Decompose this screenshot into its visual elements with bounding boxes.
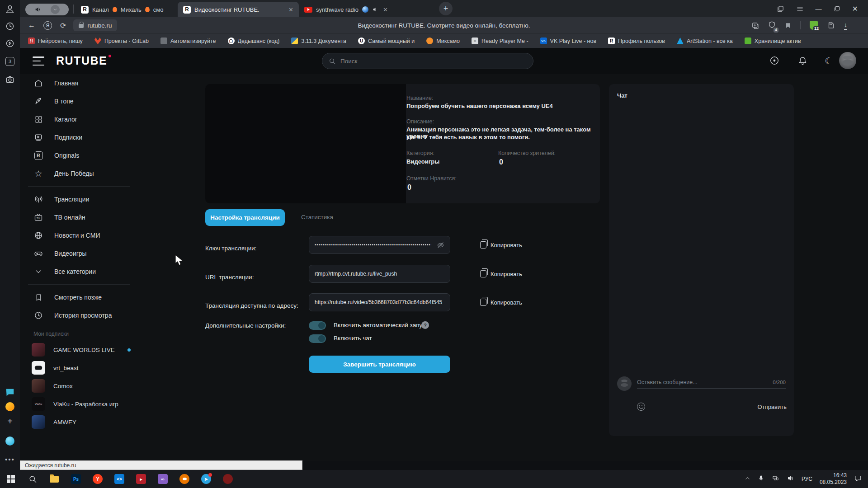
sidebar-item-subscriptions[interactable]: Подписки bbox=[20, 128, 138, 146]
copy-address-button[interactable]: Копировать bbox=[480, 299, 522, 306]
protect-shield-icon[interactable]: 4 bbox=[768, 20, 776, 31]
tab-statistics[interactable]: Статистика bbox=[301, 214, 333, 221]
yandex-browser-icon[interactable]: Y bbox=[87, 470, 108, 488]
sidebar-item-all-categories[interactable]: Все категории bbox=[20, 263, 138, 281]
bookmark-item[interactable]: VKVK Play Live - нов bbox=[540, 38, 596, 44]
copy-key-button[interactable]: Копировать bbox=[480, 241, 522, 249]
tab-rutube-active[interactable]: R Видеохостинг RUTUBE. ✕ bbox=[178, 2, 299, 17]
sidebar-item-catalog[interactable]: Каталог bbox=[20, 110, 138, 128]
stream-preview[interactable] bbox=[205, 84, 406, 203]
close-tab-icon[interactable]: ✕ bbox=[383, 6, 388, 13]
add-panel-icon[interactable]: + bbox=[0, 414, 20, 428]
search-taskbar-icon[interactable] bbox=[22, 470, 43, 488]
user-avatar[interactable] bbox=[839, 52, 856, 69]
visual-studio-icon[interactable]: ∞ bbox=[152, 470, 174, 488]
sidebar-item-games[interactable]: Видеоигры bbox=[20, 244, 138, 263]
photoshop-icon[interactable]: Ps bbox=[65, 470, 87, 488]
bookmark-item[interactable]: Хранилище актив bbox=[745, 38, 801, 44]
adblock-icon[interactable]: 12 bbox=[810, 21, 818, 30]
bookmark-flag-icon[interactable] bbox=[785, 22, 791, 29]
game-launcher-icon[interactable] bbox=[217, 470, 239, 488]
stream-key-field[interactable]: ••••••••••••••••••••••••••••••••••••••••… bbox=[309, 236, 450, 254]
sidebar-item-originals[interactable]: ROriginals bbox=[20, 146, 138, 164]
maximize-button[interactable] bbox=[834, 5, 840, 12]
dark-theme-moon-icon[interactable]: ☾ bbox=[825, 56, 833, 66]
microphone-icon[interactable] bbox=[758, 474, 764, 483]
chat-message-input[interactable] bbox=[637, 379, 773, 385]
help-icon[interactable]: ? bbox=[421, 321, 429, 329]
site-menu-icon[interactable] bbox=[33, 56, 44, 66]
subscription-item[interactable]: Comox bbox=[20, 377, 138, 395]
notifications-bell-icon[interactable] bbox=[798, 56, 807, 67]
close-tab-icon[interactable]: ✕ bbox=[288, 6, 293, 13]
bookmark-item[interactable]: Миксамо bbox=[426, 38, 460, 44]
bookmark-item[interactable]: ЯНейросеть, пишу bbox=[28, 38, 83, 44]
vscode-icon[interactable]: <> bbox=[108, 470, 130, 488]
sidebar-item-home[interactable]: Главная bbox=[20, 74, 138, 92]
screenshot-icon[interactable] bbox=[0, 72, 20, 87]
back-icon[interactable]: ← bbox=[28, 21, 35, 29]
tab-stream-settings[interactable]: Настройка трансляции bbox=[205, 209, 285, 226]
subscription-item[interactable]: vrt_beast bbox=[20, 359, 138, 377]
video-editor-icon[interactable]: ▸ bbox=[130, 470, 152, 488]
bookmark-item[interactable]: ᗝДедышанс (код) bbox=[228, 38, 280, 44]
sidebar-item-news[interactable]: Новости и СМИ bbox=[20, 226, 138, 244]
stream-address-field[interactable]: https://rutube.ru/video/5b3668703d77b3c6… bbox=[309, 293, 450, 311]
blender-icon[interactable] bbox=[174, 470, 195, 488]
tray-clock[interactable]: 16:43 08.05.2023 bbox=[820, 472, 847, 486]
downloads-icon[interactable]: ↓ bbox=[844, 21, 847, 30]
yandex-home-icon[interactable]: Я bbox=[43, 21, 52, 30]
menu-icon[interactable] bbox=[796, 5, 804, 13]
sidebar-item-top[interactable]: В топе bbox=[20, 92, 138, 110]
eye-slash-icon[interactable] bbox=[437, 241, 444, 249]
collections-icon[interactable] bbox=[827, 21, 835, 29]
sidebar-item-streams[interactable]: Трансляции bbox=[20, 190, 138, 208]
sidebar-item-history[interactable]: История просмотра bbox=[20, 306, 138, 324]
stream-url-field[interactable]: rtmp://rtmp.cvt.rutube.ru/live_push bbox=[309, 265, 450, 283]
search-input[interactable] bbox=[340, 58, 527, 65]
close-window-button[interactable]: ✕ bbox=[852, 5, 858, 13]
sidebar-item-victory-day[interactable]: ☆День Победы bbox=[20, 164, 138, 183]
chat-toggle[interactable] bbox=[309, 334, 326, 343]
audio-tab-group-pill[interactable] bbox=[25, 4, 69, 15]
tab-panels-icon[interactable] bbox=[777, 5, 784, 13]
notes-counter-icon[interactable]: 3 bbox=[0, 54, 20, 69]
sidebar-item-tv[interactable]: TVТВ онлайн bbox=[20, 208, 138, 226]
url-field[interactable]: rutube.ru bbox=[73, 19, 117, 31]
tab-channel[interactable]: R Канал Михаль смо bbox=[75, 2, 178, 17]
tab-youtube[interactable]: synthwave radio ✕ bbox=[299, 2, 434, 17]
copy-url-button[interactable]: Копировать bbox=[480, 270, 522, 277]
tab-audio-icon[interactable] bbox=[372, 6, 378, 13]
music-service-icon[interactable] bbox=[0, 399, 20, 414]
send-button[interactable]: Отправить bbox=[758, 404, 787, 410]
messenger-icon[interactable] bbox=[0, 385, 20, 399]
autostart-toggle[interactable] bbox=[309, 321, 326, 330]
bookmark-item[interactable]: 3.11.3 Документа bbox=[291, 38, 346, 44]
bookmark-item[interactable]: Автоматизируйте bbox=[160, 38, 216, 44]
bookmark-item[interactable]: ≡Ready Player Me - bbox=[472, 38, 528, 44]
chevron-down-icon[interactable] bbox=[51, 5, 60, 14]
language-indicator[interactable]: РУС bbox=[802, 476, 812, 482]
telegram-icon[interactable]: ➤ bbox=[195, 470, 217, 488]
add-to-collection-icon[interactable] bbox=[751, 22, 759, 29]
bookmark-item[interactable]: RПрофиль пользов bbox=[608, 38, 665, 44]
profile-avatar-icon[interactable] bbox=[0, 2, 20, 16]
emoji-icon[interactable] bbox=[637, 403, 645, 411]
bookmark-item[interactable]: UСамый мощный и bbox=[358, 38, 415, 44]
more-icon[interactable]: ••• bbox=[0, 452, 20, 466]
volume-icon[interactable] bbox=[787, 475, 794, 483]
file-explorer-icon[interactable] bbox=[43, 470, 65, 488]
search-bar[interactable] bbox=[322, 53, 533, 69]
new-tab-button[interactable]: + bbox=[439, 2, 453, 15]
sidebar-item-watch-later[interactable]: Смотреть позже bbox=[20, 288, 138, 306]
minimize-button[interactable]: — bbox=[816, 5, 822, 12]
bookmark-item[interactable]: ArtStation - все ка bbox=[677, 38, 733, 44]
end-stream-button[interactable]: Завершить трансляцию bbox=[309, 356, 450, 373]
assistant-icon[interactable] bbox=[0, 434, 20, 448]
subscription-item[interactable]: AMWEY bbox=[20, 413, 138, 431]
go-live-icon[interactable] bbox=[769, 56, 779, 67]
notification-center-icon[interactable] bbox=[854, 474, 862, 483]
tray-expand-icon[interactable] bbox=[745, 475, 750, 483]
subscription-item[interactable]: VlaKuVlaKu - Разработка игр bbox=[20, 395, 138, 413]
history-icon[interactable] bbox=[0, 19, 20, 33]
